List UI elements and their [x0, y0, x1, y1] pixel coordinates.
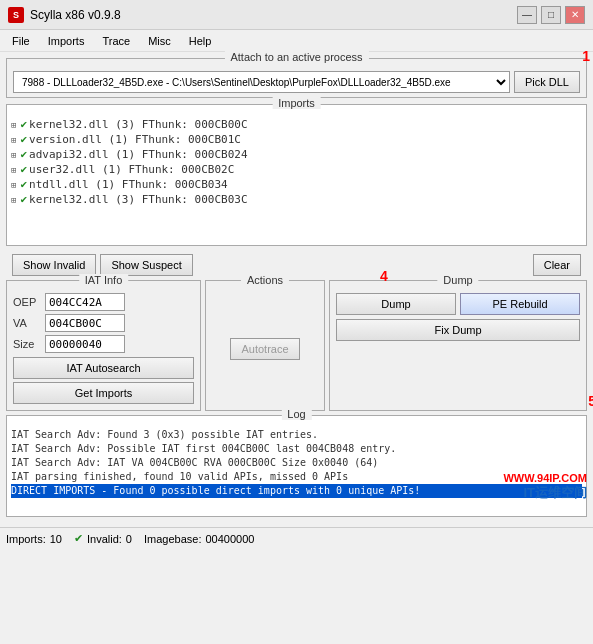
maximize-button[interactable]: □	[541, 6, 561, 24]
check-icon: ✔	[20, 178, 27, 191]
size-input[interactable]	[45, 335, 125, 353]
attach-label: Attach to an active process	[224, 51, 368, 63]
title-bar-left: S Scylla x86 v0.9.8	[8, 7, 121, 23]
imports-status-value: 10	[50, 533, 62, 545]
minimize-button[interactable]: —	[517, 6, 537, 24]
imports-status: Imports: 10	[6, 533, 62, 545]
app-icon: S	[8, 7, 24, 23]
window-controls: — □ ✕	[517, 6, 585, 24]
tree-expand-icon: ⊞	[11, 165, 16, 175]
fix-dump-button[interactable]: Fix Dump	[336, 319, 580, 341]
menu-bar: File Imports Trace Misc Help	[0, 30, 593, 52]
iat-section: IAT Info OEP VA Size IAT Autosearch Get …	[6, 280, 201, 411]
log-section: Log IAT Search Adv: Found 3 (0x3) possib…	[6, 415, 587, 517]
show-suspect-button[interactable]: Show Suspect	[100, 254, 192, 276]
process-select[interactable]: 7988 - DLLLoader32_4B5D.exe - C:\Users\S…	[13, 71, 510, 93]
dump-label: Dump	[437, 274, 478, 286]
list-item[interactable]: ⊞ ✔ version.dll (1) FThunk: 000CB01C	[11, 132, 582, 147]
oep-input[interactable]	[45, 293, 125, 311]
check-icon: ✔	[74, 532, 83, 545]
bottom-sections: IAT Info OEP VA Size IAT Autosearch Get …	[6, 280, 587, 411]
iat-label: IAT Info	[79, 274, 129, 286]
invalid-status-value: 0	[126, 533, 132, 545]
import-item-text: user32.dll (1) FThunk: 000CB02C	[29, 163, 234, 176]
filter-buttons-left: Show Invalid Show Suspect	[12, 254, 193, 276]
invalid-status: ✔ Invalid: 0	[74, 532, 132, 545]
import-item-text: kernel32.dll (3) FThunk: 000CB03C	[29, 193, 248, 206]
va-input[interactable]	[45, 314, 125, 332]
list-item[interactable]: ⊞ ✔ user32.dll (1) FThunk: 000CB02C	[11, 162, 582, 177]
title-bar: S Scylla x86 v0.9.8 — □ ✕	[0, 0, 593, 30]
size-row: Size	[13, 335, 194, 353]
get-imports-button[interactable]: Get Imports	[13, 382, 194, 404]
imports-section: Imports ⊞ ✔ kernel32.dll (3) FThunk: 000…	[6, 104, 587, 246]
attach-row: 7988 - DLLLoader32_4B5D.exe - C:\Users\S…	[13, 71, 580, 93]
import-item-text: advapi32.dll (1) FThunk: 000CB024	[29, 148, 248, 161]
imagebase-status-label: Imagebase:	[144, 533, 201, 545]
check-icon: ✔	[20, 118, 27, 131]
va-label: VA	[13, 317, 41, 329]
dump-button[interactable]: Dump	[336, 293, 456, 315]
oep-row: OEP	[13, 293, 194, 311]
imagebase-status: Imagebase: 00400000	[144, 533, 254, 545]
oep-label: OEP	[13, 296, 41, 308]
menu-imports[interactable]: Imports	[40, 33, 93, 49]
annotation-4: 4	[380, 269, 388, 283]
actions-section: Actions Autotrace	[205, 280, 325, 411]
list-item[interactable]: ⊞ ✔ kernel32.dll (3) FThunk: 000CB03C	[11, 192, 582, 207]
size-label: Size	[13, 338, 41, 350]
app-title: Scylla x86 v0.9.8	[30, 8, 121, 22]
pick-dll-button[interactable]: Pick DLL	[514, 71, 580, 93]
import-item-text: ntdll.dll (1) FThunk: 000CB034	[29, 178, 228, 191]
import-item-text: kernel32.dll (3) FThunk: 000CB00C	[29, 118, 248, 131]
va-row: VA	[13, 314, 194, 332]
menu-file[interactable]: File	[4, 33, 38, 49]
close-button[interactable]: ✕	[565, 6, 585, 24]
list-item[interactable]: ⊞ ✔ ntdll.dll (1) FThunk: 000CB034	[11, 177, 582, 192]
status-bar: Imports: 10 ✔ Invalid: 0 Imagebase: 0040…	[0, 527, 593, 549]
check-icon: ✔	[20, 148, 27, 161]
log-line: IAT Search Adv: Possible IAT first 004CB…	[11, 442, 582, 456]
log-line: IAT Search Adv: Found 3 (0x3) possible I…	[11, 428, 582, 442]
tree-expand-icon: ⊞	[11, 180, 16, 190]
annotation-5: 5	[588, 394, 593, 408]
annotation-1: 1	[582, 49, 590, 63]
attach-section: Attach to an active process 7988 - DLLLo…	[6, 58, 587, 98]
autotrace-button[interactable]: Autotrace	[230, 338, 299, 360]
clear-button[interactable]: Clear	[533, 254, 581, 276]
log-line-highlight: DIRECT IMPORTS - Found 0 possible direct…	[11, 484, 582, 498]
menu-help[interactable]: Help	[181, 33, 220, 49]
menu-misc[interactable]: Misc	[140, 33, 179, 49]
check-icon: ✔	[20, 193, 27, 206]
tree-expand-icon: ⊞	[11, 120, 16, 130]
log-label: Log	[281, 408, 311, 420]
import-item-text: version.dll (1) FThunk: 000CB01C	[29, 133, 241, 146]
log-content[interactable]: IAT Search Adv: Found 3 (0x3) possible I…	[7, 426, 586, 516]
log-line: IAT parsing finished, found 10 valid API…	[11, 470, 582, 484]
list-item[interactable]: ⊞ ✔ advapi32.dll (1) FThunk: 000CB024	[11, 147, 582, 162]
imports-label: Imports	[272, 97, 321, 109]
tree-expand-icon: ⊞	[11, 150, 16, 160]
show-invalid-button[interactable]: Show Invalid	[12, 254, 96, 276]
check-icon: ✔	[20, 133, 27, 146]
imports-list[interactable]: ⊞ ✔ kernel32.dll (3) FThunk: 000CB00C ⊞ …	[7, 115, 586, 245]
imagebase-status-value: 00400000	[205, 533, 254, 545]
menu-trace[interactable]: Trace	[94, 33, 138, 49]
dump-section: Dump Dump PE Rebuild Fix Dump 4 5	[329, 280, 587, 411]
log-line: IAT Search Adv: IAT VA 004CB00C RVA 000C…	[11, 456, 582, 470]
pe-rebuild-button[interactable]: PE Rebuild	[460, 293, 580, 315]
tree-expand-icon: ⊞	[11, 195, 16, 205]
imports-status-label: Imports:	[6, 533, 46, 545]
iat-autosearch-button[interactable]: IAT Autosearch	[13, 357, 194, 379]
invalid-status-label: Invalid:	[87, 533, 122, 545]
list-item[interactable]: ⊞ ✔ kernel32.dll (3) FThunk: 000CB00C	[11, 117, 582, 132]
check-icon: ✔	[20, 163, 27, 176]
actions-label: Actions	[241, 274, 289, 286]
main-content: Attach to an active process 7988 - DLLLo…	[0, 52, 593, 527]
tree-expand-icon: ⊞	[11, 135, 16, 145]
